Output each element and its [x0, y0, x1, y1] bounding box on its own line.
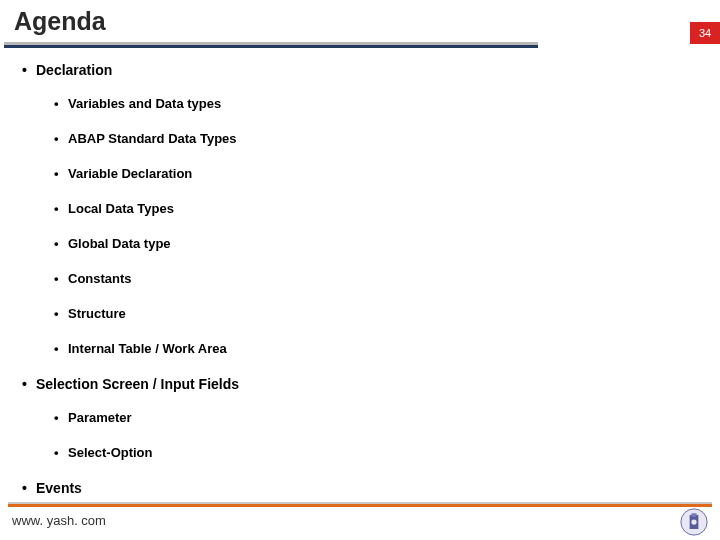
- content-area: Declaration Variables and Data types ABA…: [20, 62, 700, 512]
- list-item: Internal Table / Work Area: [36, 341, 700, 356]
- list-item: Parameter: [36, 410, 700, 425]
- svg-rect-2: [691, 513, 696, 517]
- list-item: Constants: [36, 271, 700, 286]
- item-label: Declaration: [36, 62, 112, 78]
- list-item: Global Data type: [36, 236, 700, 251]
- list-item: Structure: [36, 306, 700, 321]
- item-label: Selection Screen / Input Fields: [36, 376, 239, 392]
- title-rule-blue: [4, 45, 538, 48]
- item-label: Global Data type: [68, 236, 171, 251]
- title-bar: Agenda: [0, 0, 720, 42]
- list-item: Selection Screen / Input Fields Paramete…: [20, 376, 700, 460]
- item-label: Constants: [68, 271, 132, 286]
- footer-url: www. yash. com: [12, 513, 106, 528]
- list-item: Local Data Types: [36, 201, 700, 216]
- logo-icon: [680, 508, 708, 536]
- item-label: Local Data Types: [68, 201, 174, 216]
- list-item: Variable Declaration: [36, 166, 700, 181]
- item-label: Variables and Data types: [68, 96, 221, 111]
- list-item: ABAP Standard Data Types: [36, 131, 700, 146]
- list-item: Declaration Variables and Data types ABA…: [20, 62, 700, 356]
- agenda-list: Declaration Variables and Data types ABA…: [20, 62, 700, 496]
- item-label: Events: [36, 480, 82, 496]
- item-label: Internal Table / Work Area: [68, 341, 227, 356]
- list-item: Select-Option: [36, 445, 700, 460]
- item-label: ABAP Standard Data Types: [68, 131, 237, 146]
- footer-rule-orange: [8, 504, 712, 507]
- slide-title: Agenda: [14, 7, 106, 36]
- svg-point-3: [691, 519, 696, 524]
- sublist: Parameter Select-Option: [36, 410, 700, 460]
- list-item: Variables and Data types: [36, 96, 700, 111]
- footer: www. yash. com: [0, 502, 720, 540]
- item-label: Variable Declaration: [68, 166, 192, 181]
- item-label: Select-Option: [68, 445, 153, 460]
- slide: Agenda 34 Declaration Variables and Data…: [0, 0, 720, 540]
- item-label: Parameter: [68, 410, 132, 425]
- item-label: Structure: [68, 306, 126, 321]
- page-number-badge: 34: [690, 22, 720, 44]
- sublist: Variables and Data types ABAP Standard D…: [36, 96, 700, 356]
- list-item: Events: [20, 480, 700, 496]
